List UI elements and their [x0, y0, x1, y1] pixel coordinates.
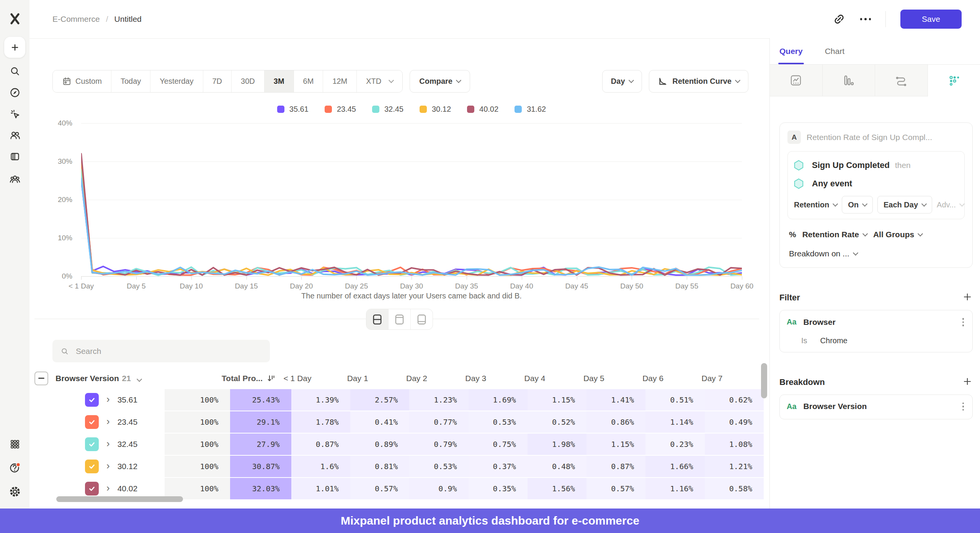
filter-menu-icon[interactable] [961, 316, 966, 328]
retention-icon [948, 74, 960, 86]
date-range-segmented-control: CustomTodayYesterday7D30D3M6M12MXTD [52, 70, 403, 93]
row-expand-icon[interactable]: › [106, 438, 110, 448]
table-row: ›32.45100%27.9%0.87%0.89%0.79%0.75%1.98%… [34, 434, 764, 455]
legend-item[interactable]: 31.62 [514, 105, 546, 114]
insights-icon [790, 74, 802, 86]
legend-item[interactable]: 23.45 [325, 105, 356, 114]
funnels-report-tab[interactable] [823, 65, 875, 96]
day-column-header[interactable]: Day 7 [681, 367, 743, 389]
granularity-dropdown[interactable]: Day [602, 70, 642, 93]
breadcrumb-project[interactable]: E-Commerce [52, 15, 100, 24]
each-day-dropdown[interactable]: Each Day [877, 196, 932, 214]
horizontal-scrollbar[interactable] [56, 496, 183, 502]
legend-label: 30.12 [432, 105, 451, 114]
row-checkbox[interactable] [85, 437, 99, 451]
add-breakdown-icon[interactable] [962, 376, 973, 388]
metric-dropdown[interactable]: Retention Rate [802, 230, 867, 239]
date-range-6m[interactable]: 6M [294, 70, 323, 92]
legend-item[interactable]: 40.02 [467, 105, 498, 114]
search-input[interactable] [75, 346, 262, 356]
legend-item[interactable]: 35.61 [277, 105, 309, 114]
breadcrumb-report-title[interactable]: Untitled [114, 15, 142, 24]
retention-cell: 25.43% [230, 389, 291, 411]
save-button[interactable]: Save [900, 10, 962, 29]
day-column-header[interactable]: < 1 Day [267, 367, 328, 389]
row-expand-icon[interactable]: › [106, 394, 110, 404]
day-column-header[interactable]: Day 5 [563, 367, 624, 389]
layout-table-view-button[interactable] [411, 309, 433, 329]
search-nav-icon[interactable] [0, 65, 29, 77]
date-range-3m[interactable]: 3M [265, 70, 294, 92]
on-dropdown[interactable]: On [842, 196, 873, 214]
retention-report-tab[interactable] [928, 65, 980, 96]
row-checkbox[interactable] [85, 393, 99, 407]
flows-icon [895, 74, 907, 86]
date-range-xtd[interactable]: XTD [357, 70, 402, 92]
tab-query[interactable]: Query [779, 38, 803, 64]
actions-cursor-icon[interactable] [0, 108, 29, 120]
add-filter-icon[interactable] [962, 292, 973, 304]
day-column-header[interactable]: Day 6 [622, 367, 684, 389]
retention-cell: 0.52% [528, 411, 586, 433]
flows-report-tab[interactable] [875, 65, 928, 96]
row-expand-icon[interactable]: › [106, 483, 110, 493]
retention-cell: 0.57% [586, 478, 645, 499]
x-axis-label: Day 45 [550, 282, 604, 290]
event-hexagon-icon [794, 178, 804, 189]
cohorts-nav-icon[interactable] [0, 173, 29, 185]
boards-nav-icon[interactable] [0, 150, 29, 163]
row-checkbox[interactable] [85, 460, 99, 473]
row-checkbox[interactable] [85, 482, 99, 496]
day-column-header[interactable]: Day 1 [327, 367, 388, 389]
legend-item[interactable]: 30.12 [420, 105, 451, 114]
vertical-scrollbar[interactable] [761, 363, 767, 398]
date-range-12m[interactable]: 12M [323, 70, 357, 92]
row-expand-icon[interactable]: › [106, 461, 110, 471]
group-by-column-header[interactable]: Browser Version 21 [56, 374, 141, 383]
date-range-today[interactable]: Today [111, 70, 150, 92]
date-range-7d[interactable]: 7D [203, 70, 232, 92]
more-options-icon[interactable] [860, 18, 871, 20]
legend-item[interactable]: 32.45 [372, 105, 403, 114]
discover-compass-icon[interactable] [0, 86, 29, 99]
tab-chart[interactable]: Chart [825, 38, 844, 64]
users-nav-icon[interactable] [0, 129, 29, 141]
copy-link-icon[interactable] [833, 13, 846, 26]
day-column-header[interactable]: Day 4 [504, 367, 565, 389]
groups-dropdown[interactable]: All Groups [873, 230, 922, 239]
filter-property-name[interactable]: Browser [804, 318, 836, 327]
date-range-30d[interactable]: 30D [232, 70, 265, 92]
mixpanel-logo-icon[interactable] [0, 11, 29, 25]
breakdown-on-dropdown[interactable]: Breakdown on ... [787, 249, 965, 258]
breakdown-property-name[interactable]: Browser Version [804, 402, 867, 411]
row-expand-icon[interactable]: › [106, 416, 110, 426]
insights-report-tab[interactable] [770, 65, 823, 96]
layout-split-view-button[interactable] [366, 309, 389, 329]
create-new-button[interactable] [4, 37, 25, 58]
date-range-yesterday[interactable]: Yesterday [150, 70, 203, 92]
day-column-header[interactable]: Day 3 [445, 367, 506, 389]
select-all-checkbox[interactable] [34, 372, 48, 385]
y-axis-label: 40% [29, 119, 72, 127]
row-checkbox[interactable] [85, 415, 99, 429]
retention-type-dropdown[interactable]: Retention [794, 200, 837, 209]
first-event-row[interactable]: Sign Up Completed then [794, 156, 958, 174]
retention-cell: 0.48% [528, 456, 586, 477]
date-range-custom[interactable]: Custom [53, 70, 111, 92]
apps-grid-icon[interactable] [0, 438, 29, 450]
query-title[interactable]: Retention Rate of Sign Up Compl... [807, 133, 932, 142]
settings-gear-icon[interactable] [0, 485, 29, 498]
help-icon[interactable] [0, 461, 29, 474]
compare-button[interactable]: Compare [410, 70, 470, 93]
layout-chart-view-button[interactable] [389, 309, 411, 329]
advanced-dropdown[interactable]: Adv... [937, 200, 964, 209]
chart-type-dropdown[interactable]: Retention Curve [649, 70, 748, 93]
filter-value[interactable]: Chrome [820, 336, 848, 345]
return-event-row[interactable]: Any event [794, 174, 958, 193]
day-column-header[interactable]: Day 8 [740, 367, 764, 389]
filter-operator[interactable]: Is [801, 336, 807, 345]
total-column-header[interactable]: Total Pro... [149, 367, 276, 389]
breakdown-menu-icon[interactable] [961, 401, 966, 412]
retention-cell: 1.69% [469, 389, 528, 411]
day-column-header[interactable]: Day 2 [386, 367, 447, 389]
